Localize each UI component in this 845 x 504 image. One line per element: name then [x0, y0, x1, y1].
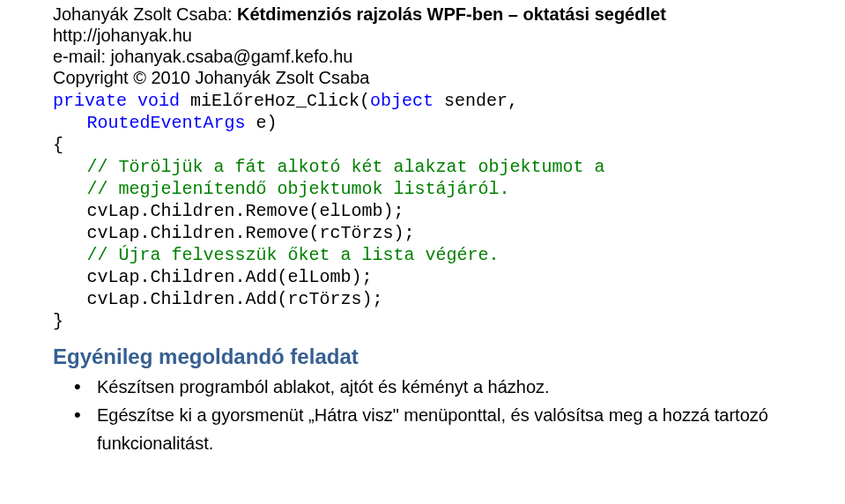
header-copyright: Copyright © 2010 Johanyák Zsolt Csaba — [53, 67, 810, 88]
code-comment: // Újra felvesszük őket a lista végére. — [86, 245, 499, 265]
code-keyword: private — [53, 91, 127, 111]
code-line: cvLap.Children.Add(elLomb); — [86, 267, 372, 287]
code-text: sender, — [434, 91, 518, 111]
code-line: cvLap.Children.Remove(rcTörzs); — [86, 223, 414, 243]
code-comment: // Töröljük a fát alkotó két alakzat obj… — [86, 157, 604, 177]
code-comment: // megjelenítendő objektumok listájáról. — [86, 179, 509, 199]
code-text: miElőreHoz_Click( — [180, 91, 370, 111]
code-brace: } — [53, 311, 63, 331]
code-keyword: void — [137, 91, 180, 111]
list-item: Egészítse ki a gyorsmenüt „Hátra visz" m… — [74, 401, 810, 457]
code-block: private void miElőreHoz_Click(object sen… — [53, 90, 810, 332]
header-url: http://johanyak.hu — [53, 25, 810, 46]
code-line: cvLap.Children.Remove(elLomb); — [86, 201, 404, 221]
code-type: RoutedEventArgs — [86, 113, 245, 133]
page-container: Johanyák Zsolt Csaba: Kétdimenziós rajzo… — [0, 0, 845, 475]
header-email: e-mail: johanyak.csaba@gamf.kefo.hu — [53, 46, 810, 67]
code-brace: { — [53, 135, 63, 155]
code-line: cvLap.Children.Add(rcTörzs); — [86, 289, 382, 309]
section-heading: Egyénileg megoldandó feladat — [53, 345, 810, 369]
author-name: Johanyák Zsolt Csaba: — [53, 4, 237, 24]
task-list: Készítsen programból ablakot, ajtót és k… — [53, 373, 810, 457]
code-keyword: object — [370, 91, 434, 111]
code-text: e) — [245, 113, 277, 133]
list-item: Készítsen programból ablakot, ajtót és k… — [74, 373, 810, 401]
header-title-line: Johanyák Zsolt Csaba: Kétdimenziós rajzo… — [53, 4, 810, 25]
code-text — [127, 91, 137, 111]
document-title: Kétdimenziós rajzolás WPF-ben – oktatási… — [237, 4, 666, 24]
